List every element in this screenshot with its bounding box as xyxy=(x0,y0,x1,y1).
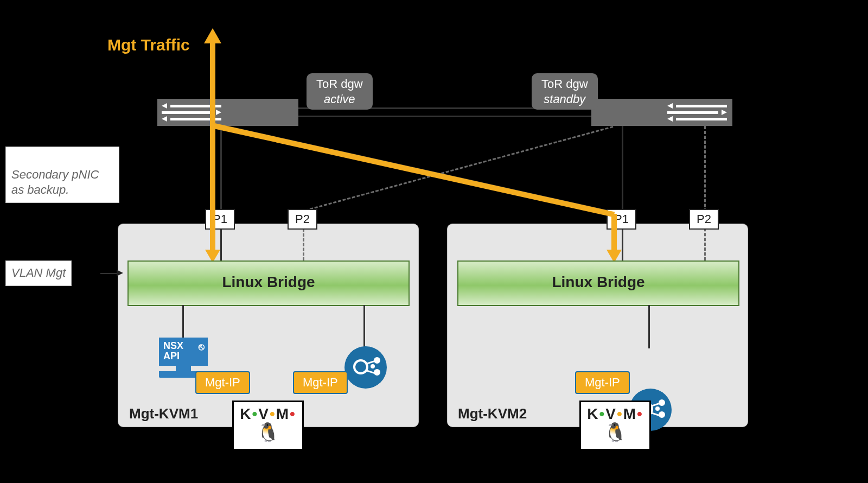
host-title-left: Mgt-KVM1 xyxy=(129,405,198,422)
mgt-ip-nsx: Mgt-IP xyxy=(195,371,250,394)
tor-switch-right xyxy=(591,99,732,126)
link-right-p1 xyxy=(622,126,623,260)
tor-right-line1: ToR dgw xyxy=(541,77,588,91)
linux-bridge-right: Linux Bridge xyxy=(457,260,739,306)
mgt-ip-cluster-right: Mgt-IP xyxy=(575,371,630,394)
nsx-api-text: NSX API xyxy=(163,340,183,361)
port-p2-left: P2 xyxy=(288,209,317,230)
tor-label-left: ToR dgw active xyxy=(307,73,373,110)
secondary-pnic-label: Secondary pNIC as backup. xyxy=(5,147,119,203)
vlan-mgt-label: VLAN Mgt xyxy=(5,260,72,286)
link-right-p2-dashed xyxy=(704,126,706,260)
vlan-mgt-leader xyxy=(100,273,118,274)
mgt-ip-cluster-left: Mgt-IP xyxy=(293,371,348,394)
kvm-logo-left: K•V•M• 🐧 xyxy=(232,401,304,450)
kvm-logo-right: K•V•M• 🐧 xyxy=(579,401,651,450)
link-bridge-cluster-left xyxy=(363,305,365,348)
vlan-mgt-arrowhead xyxy=(117,270,123,276)
mgt-traffic-up-arrowhead xyxy=(204,28,221,43)
link-left-p1 xyxy=(220,126,222,260)
linux-bridge-left: Linux Bridge xyxy=(127,260,410,306)
diagram-canvas: ToR dgw active ToR dgw standby P1 P2 P1 … xyxy=(5,0,819,450)
host-box-right xyxy=(447,224,748,427)
port-p2-right: P2 xyxy=(689,209,719,230)
link-bridge-nsx xyxy=(182,305,184,339)
host-title-right: Mgt-KVM2 xyxy=(458,405,527,422)
mgt-traffic-label: Mgt Traffic xyxy=(107,36,190,54)
sliders-icon: ⎋ xyxy=(199,342,205,352)
mgt-traffic-down-right xyxy=(611,214,617,253)
tor-switch-left xyxy=(157,99,298,126)
link-bridge-cluster-right xyxy=(648,305,650,348)
tor-right-line2: standby xyxy=(544,92,585,106)
penguin-icon: 🐧 xyxy=(581,423,649,441)
tor-left-line2: active xyxy=(324,92,355,106)
mgt-traffic-up-line xyxy=(210,42,215,102)
penguin-icon: 🐧 xyxy=(234,423,302,441)
mgt-traffic-diag xyxy=(214,123,615,217)
cluster-icon-left xyxy=(344,346,387,389)
host-box-left xyxy=(118,224,419,427)
tor-label-right: ToR dgw standby xyxy=(532,73,598,110)
tor-left-line1: ToR dgw xyxy=(316,77,363,91)
